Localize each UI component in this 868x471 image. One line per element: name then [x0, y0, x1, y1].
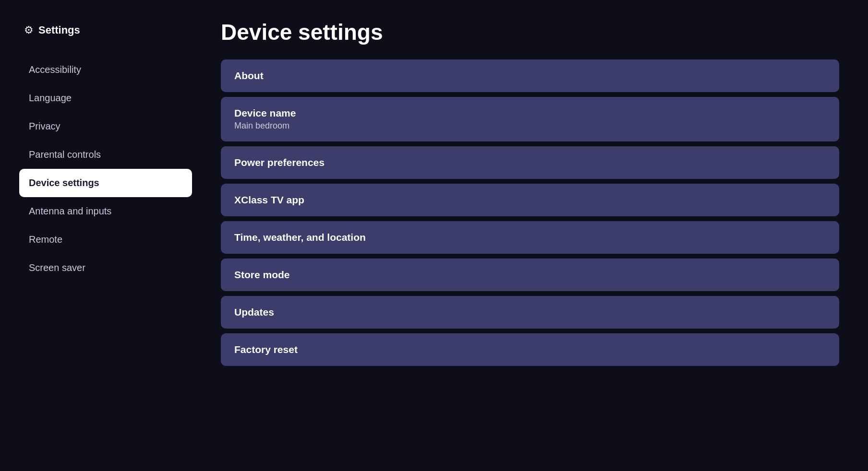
menu-item-updates[interactable]: Updates — [221, 296, 839, 329]
sidebar-item-privacy[interactable]: Privacy — [19, 112, 192, 141]
sidebar-item-device-settings[interactable]: Device settings — [19, 169, 192, 197]
menu-list: AboutDevice nameMain bedroomPower prefer… — [221, 59, 839, 366]
menu-item-title-factory-reset: Factory reset — [234, 344, 826, 355]
sidebar-items: AccessibilityLanguagePrivacyParental con… — [19, 56, 192, 282]
menu-item-xclass-tv-app[interactable]: XClass TV app — [221, 184, 839, 216]
menu-item-factory-reset[interactable]: Factory reset — [221, 333, 839, 366]
settings-icon: ⚙ — [24, 24, 34, 36]
sidebar-item-parental-controls[interactable]: Parental controls — [19, 141, 192, 169]
sidebar-title: Settings — [38, 24, 80, 36]
page-container: ⚙ Settings AccessibilityLanguagePrivacyP… — [0, 0, 868, 471]
main-content: Device settings AboutDevice nameMain bed… — [192, 19, 839, 452]
sidebar-item-screen-saver[interactable]: Screen saver — [19, 254, 192, 282]
menu-item-title-xclass-tv-app: XClass TV app — [234, 194, 826, 206]
menu-item-power-preferences[interactable]: Power preferences — [221, 146, 839, 179]
page-title: Device settings — [221, 19, 839, 45]
sidebar-item-accessibility[interactable]: Accessibility — [19, 56, 192, 84]
sidebar-header: ⚙ Settings — [19, 24, 192, 36]
menu-item-title-updates: Updates — [234, 306, 826, 318]
menu-item-subtitle-device-name: Main bedroom — [234, 121, 826, 131]
menu-item-about[interactable]: About — [221, 59, 839, 92]
menu-item-title-device-name: Device name — [234, 107, 826, 119]
menu-item-time-weather-location[interactable]: Time, weather, and location — [221, 221, 839, 254]
sidebar-item-remote[interactable]: Remote — [19, 225, 192, 254]
menu-item-title-about: About — [234, 70, 826, 82]
menu-item-title-time-weather-location: Time, weather, and location — [234, 232, 826, 243]
sidebar-item-antenna-and-inputs[interactable]: Antenna and inputs — [19, 197, 192, 225]
menu-item-device-name[interactable]: Device nameMain bedroom — [221, 97, 839, 141]
sidebar-item-language[interactable]: Language — [19, 84, 192, 112]
menu-item-title-power-preferences: Power preferences — [234, 157, 826, 168]
menu-item-title-store-mode: Store mode — [234, 269, 826, 281]
menu-item-store-mode[interactable]: Store mode — [221, 259, 839, 291]
sidebar: ⚙ Settings AccessibilityLanguagePrivacyP… — [19, 19, 192, 452]
